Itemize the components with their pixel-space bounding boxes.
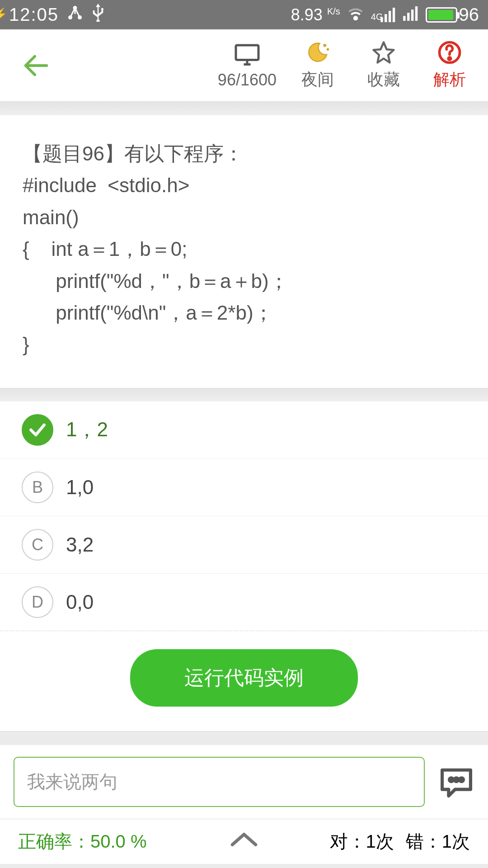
back-button[interactable] bbox=[18, 47, 54, 84]
analysis-label: 解析 bbox=[433, 69, 466, 91]
comment-area: 我来说两句 bbox=[0, 745, 488, 819]
comment-placeholder: 我来说两句 bbox=[27, 772, 117, 792]
svg-point-3 bbox=[354, 17, 357, 19]
svg-rect-12 bbox=[236, 45, 258, 60]
analysis-button[interactable]: 解析 bbox=[425, 40, 474, 91]
svg-rect-11 bbox=[415, 6, 417, 21]
correct-rate: 正确率：50.0 % bbox=[18, 829, 147, 854]
usb-icon bbox=[91, 4, 105, 26]
run-button-container: 运行代码实例 bbox=[0, 631, 488, 731]
night-mode-button[interactable]: 夜间 bbox=[293, 40, 343, 91]
star-icon bbox=[371, 40, 396, 65]
svg-point-18 bbox=[455, 778, 458, 782]
svg-point-13 bbox=[324, 44, 326, 47]
svg-rect-10 bbox=[411, 9, 413, 21]
svg-rect-8 bbox=[403, 16, 405, 21]
stats-bar: 正确率：50.0 % 对：1次 错：1次 bbox=[0, 819, 488, 864]
night-mode-label: 夜间 bbox=[301, 69, 334, 91]
signal-icon bbox=[403, 5, 419, 25]
status-time: 12:05 bbox=[9, 5, 59, 25]
battery-percent: 96 bbox=[459, 5, 479, 25]
favorite-button[interactable]: 收藏 bbox=[359, 40, 408, 91]
svg-rect-6 bbox=[389, 11, 391, 22]
progress-indicator[interactable]: 96/1600 bbox=[218, 42, 277, 90]
divider bbox=[0, 102, 488, 115]
option-letter: D bbox=[22, 586, 53, 618]
svg-point-16 bbox=[448, 57, 450, 60]
svg-point-14 bbox=[327, 49, 328, 50]
toolbar: 96/1600 夜间 收藏 解析 bbox=[0, 29, 488, 102]
divider bbox=[0, 388, 488, 401]
moon-icon bbox=[305, 40, 330, 65]
comment-icon[interactable] bbox=[438, 766, 474, 797]
check-icon bbox=[22, 414, 53, 446]
option-text: 1,0 bbox=[66, 476, 94, 499]
option-c[interactable]: C 3,2 bbox=[0, 516, 488, 574]
charging-icon: ⚡ bbox=[0, 7, 8, 22]
battery-indicator: ⚡ 96 bbox=[426, 5, 479, 25]
run-code-button[interactable]: 运行代码实例 bbox=[130, 649, 358, 707]
progress-label: 96/1600 bbox=[218, 71, 277, 90]
signal-4g-icon: 4G bbox=[371, 8, 397, 22]
favorite-label: 收藏 bbox=[367, 69, 400, 91]
option-text: 1，2 bbox=[66, 416, 108, 443]
correct-count: 对：1次 bbox=[330, 829, 394, 854]
expand-icon[interactable] bbox=[228, 830, 260, 853]
option-letter: B bbox=[22, 472, 53, 503]
svg-point-17 bbox=[450, 778, 453, 782]
option-a[interactable]: 1，2 bbox=[0, 401, 488, 459]
option-b[interactable]: B 1,0 bbox=[0, 459, 488, 516]
question-title: 【题目96】有以下程序： bbox=[23, 138, 465, 170]
svg-rect-5 bbox=[385, 14, 387, 22]
svg-rect-9 bbox=[407, 13, 409, 21]
comment-input[interactable]: 我来说两句 bbox=[14, 757, 425, 807]
svg-point-19 bbox=[460, 778, 463, 782]
svg-rect-4 bbox=[380, 17, 383, 22]
monitor-icon bbox=[234, 42, 261, 67]
option-d[interactable]: D 0,0 bbox=[0, 574, 488, 631]
option-text: 3,2 bbox=[66, 533, 94, 556]
svg-rect-7 bbox=[392, 8, 394, 22]
question-code: #include <stdio.h> main() { int a＝1，b＝0;… bbox=[23, 170, 465, 360]
option-letter: C bbox=[22, 529, 53, 561]
options-list: 1，2 B 1,0 C 3,2 D 0,0 bbox=[0, 401, 488, 631]
help-icon bbox=[437, 40, 462, 65]
wrong-count: 错：1次 bbox=[406, 829, 470, 854]
status-bar: 12:05 8.93 K/s 4G bbox=[0, 0, 488, 29]
wifi-icon bbox=[347, 6, 365, 24]
network-speed: 8.93 K/s bbox=[291, 5, 340, 24]
option-text: 0,0 bbox=[66, 591, 94, 613]
share-icon bbox=[67, 5, 83, 25]
question-panel: 【题目96】有以下程序： #include <stdio.h> main() {… bbox=[0, 115, 488, 388]
